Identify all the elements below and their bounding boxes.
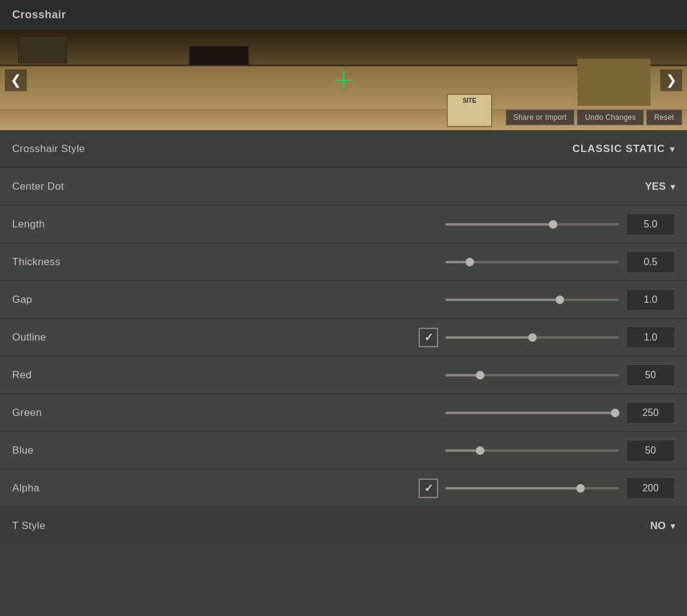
alpha-checkbox[interactable]: ✓ xyxy=(419,479,438,498)
blue-slider-thumb[interactable] xyxy=(476,446,484,455)
alpha-value-input[interactable] xyxy=(626,477,675,499)
crosshair-dot xyxy=(343,79,344,81)
outline-slider-thumb[interactable] xyxy=(528,333,537,342)
wall-arch xyxy=(577,57,650,106)
outline-slider-track xyxy=(445,336,619,339)
blue-slider-container[interactable] xyxy=(445,445,619,457)
blue-slider-track xyxy=(445,449,619,452)
gap-value-input[interactable] xyxy=(626,289,675,311)
page-container: Crosshair SITE ❮ ❯ xyxy=(0,0,687,545)
crosshair-style-chevron: ▾ xyxy=(670,144,675,154)
blue-slider-fill xyxy=(445,449,480,452)
red-slider-thumb[interactable] xyxy=(476,371,484,379)
blue-value-input[interactable] xyxy=(626,440,675,462)
settings-area: Crosshair Style CLASSIC STATIC ▾ Center … xyxy=(0,130,687,545)
thickness-slider-track xyxy=(445,261,619,263)
page-title: Crosshair xyxy=(12,9,66,21)
crosshair-line-left xyxy=(335,80,340,81)
green-slider-track xyxy=(445,412,619,414)
thickness-value-input[interactable] xyxy=(626,251,675,273)
length-slider-thumb[interactable] xyxy=(549,220,557,229)
green-slider-thumb[interactable] xyxy=(611,409,619,417)
outline-label: Outline xyxy=(12,331,91,344)
blue-controls xyxy=(445,440,675,462)
gap-slider-thumb[interactable] xyxy=(556,296,564,304)
t-style-label: T Style xyxy=(12,520,91,532)
alpha-slider-container[interactable] xyxy=(445,482,619,494)
crosshair-style-row: Crosshair Style CLASSIC STATIC ▾ xyxy=(0,130,687,168)
gap-controls xyxy=(445,289,675,311)
t-style-dropdown[interactable]: NO ▾ xyxy=(650,520,675,532)
green-value-input[interactable] xyxy=(626,402,675,424)
center-dot-controls: YES ▾ xyxy=(645,181,675,193)
t-style-controls: NO ▾ xyxy=(650,520,675,532)
alpha-check-symbol: ✓ xyxy=(424,482,433,495)
thickness-slider-container[interactable] xyxy=(445,256,619,268)
thickness-label: Thickness xyxy=(12,256,91,268)
length-controls xyxy=(445,213,675,235)
t-style-value: NO xyxy=(650,520,666,532)
center-dot-dropdown[interactable]: YES ▾ xyxy=(645,181,675,193)
crosshair-style-controls: CLASSIC STATIC ▾ xyxy=(573,143,675,155)
red-slider-container[interactable] xyxy=(445,369,619,381)
red-label: Red xyxy=(12,369,91,381)
thickness-slider-thumb[interactable] xyxy=(466,258,474,266)
alpha-controls: ✓ xyxy=(419,477,675,499)
outline-value-input[interactable] xyxy=(626,327,675,348)
crosshair-line-right xyxy=(348,80,353,81)
outline-slider-container[interactable] xyxy=(445,331,619,344)
next-map-button[interactable]: ❯ xyxy=(660,69,682,91)
green-controls xyxy=(445,402,675,424)
center-dot-row: Center Dot YES ▾ xyxy=(0,168,687,206)
red-slider-track xyxy=(445,374,619,376)
wall-window xyxy=(189,45,249,66)
title-bar: Crosshair xyxy=(0,0,687,30)
green-slider-fill xyxy=(445,412,615,414)
green-label: Green xyxy=(12,407,91,419)
length-slider-track xyxy=(445,223,619,226)
thickness-row: Thickness xyxy=(0,243,687,281)
wall-detail-left xyxy=(18,36,67,63)
length-row: Length xyxy=(0,206,687,243)
crosshair-style-dropdown[interactable]: CLASSIC STATIC ▾ xyxy=(573,143,675,155)
red-controls xyxy=(445,364,675,386)
center-dot-chevron: ▾ xyxy=(671,182,675,192)
reset-button[interactable]: Reset xyxy=(646,109,682,125)
t-style-row: T Style NO ▾ xyxy=(0,507,687,545)
outline-row: Outline ✓ xyxy=(0,319,687,356)
gap-row: Gap xyxy=(0,281,687,319)
gap-slider-track xyxy=(445,299,619,301)
action-buttons: Share or Import Undo Changes Reset xyxy=(506,109,682,125)
alpha-row: Alpha ✓ xyxy=(0,469,687,507)
prev-map-button[interactable]: ❮ xyxy=(5,69,27,91)
crosshair-line-top xyxy=(343,71,344,76)
preview-area: SITE ❮ ❯ Share or Import Undo Changes xyxy=(0,30,687,130)
outline-slider-fill xyxy=(445,336,532,339)
alpha-slider-track xyxy=(445,487,619,490)
t-style-chevron: ▾ xyxy=(671,521,675,531)
blue-row: Blue xyxy=(0,432,687,469)
alpha-label: Alpha xyxy=(12,482,91,494)
gap-slider-fill xyxy=(445,299,560,301)
wall-sign: SITE xyxy=(447,94,492,127)
share-import-button[interactable]: Share or Import xyxy=(506,109,575,125)
green-slider-container[interactable] xyxy=(445,407,619,419)
crosshair-style-value: CLASSIC STATIC xyxy=(573,143,665,155)
outline-checkbox[interactable]: ✓ xyxy=(419,328,438,347)
outline-check-symbol: ✓ xyxy=(424,331,433,344)
red-slider-fill xyxy=(445,374,480,376)
alpha-slider-thumb[interactable] xyxy=(576,484,585,493)
length-slider-container[interactable] xyxy=(445,218,619,230)
length-value-input[interactable] xyxy=(626,213,675,235)
red-row: Red xyxy=(0,356,687,394)
gap-slider-container[interactable] xyxy=(445,294,619,306)
gap-label: Gap xyxy=(12,294,91,306)
thickness-controls xyxy=(445,251,675,273)
center-dot-value: YES xyxy=(645,181,666,193)
center-dot-label: Center Dot xyxy=(12,181,91,193)
crosshair-style-label: Crosshair Style xyxy=(12,143,91,155)
outline-controls: ✓ xyxy=(419,327,675,348)
undo-changes-button[interactable]: Undo Changes xyxy=(577,109,644,125)
red-value-input[interactable] xyxy=(626,364,675,386)
green-row: Green xyxy=(0,394,687,432)
